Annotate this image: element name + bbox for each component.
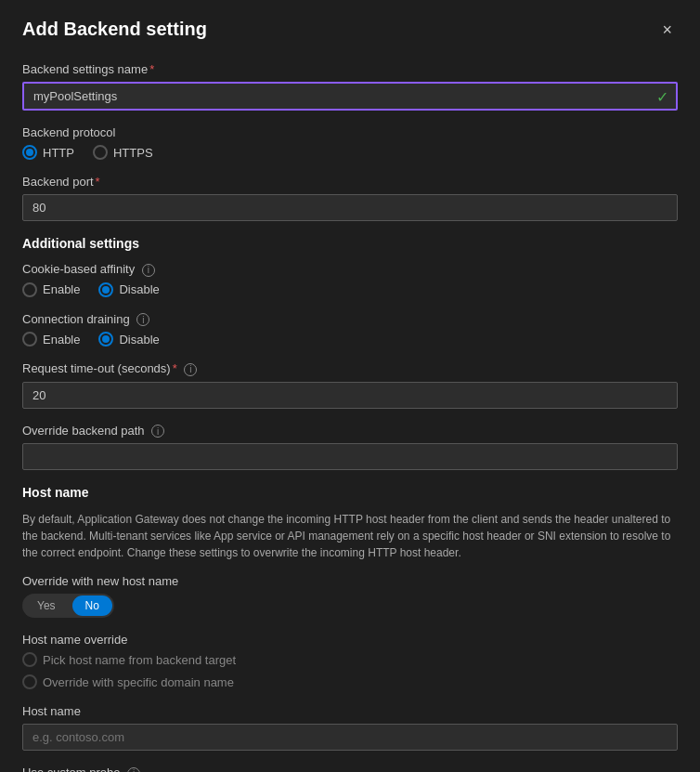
port-required-star: * [96, 175, 100, 189]
override-host-name-label: Override with new host name [22, 574, 678, 588]
connection-draining-enable-option[interactable]: Enable [22, 332, 80, 347]
cookie-affinity-group: Cookie-based affinity i Enable Disable [22, 262, 678, 297]
use-custom-probe-group: Use custom probe i Yes No [22, 765, 678, 772]
backend-protocol-radio-group: HTTP HTTPS [22, 145, 678, 160]
cookie-affinity-enable-radio[interactable] [22, 282, 37, 297]
pick-host-name-radio[interactable] [22, 652, 37, 667]
host-name-section: Host name By default, Application Gatewa… [22, 485, 678, 772]
override-backend-path-input[interactable] [22, 443, 678, 470]
cookie-affinity-enable-option[interactable]: Enable [22, 282, 80, 297]
request-timeout-group: Request time-out (seconds)* i [22, 361, 678, 409]
connection-draining-group: Connection draining i Enable Disable [22, 312, 678, 347]
additional-settings-title: Additional settings [22, 236, 678, 251]
connection-draining-info-icon[interactable]: i [136, 313, 149, 326]
backend-protocol-group: Backend protocol HTTP HTTPS [22, 125, 678, 160]
backend-protocol-label: Backend protocol [22, 125, 678, 139]
override-host-name-yes-button[interactable]: Yes [24, 595, 69, 616]
backend-port-input[interactable] [22, 194, 678, 221]
host-name-override-radio-group: Pick host name from backend target Overr… [22, 652, 678, 689]
backend-port-group: Backend port* [22, 175, 678, 221]
cookie-affinity-radio-group: Enable Disable [22, 282, 678, 297]
panel-header: Add Backend setting × [22, 19, 678, 40]
connection-draining-disable-radio[interactable] [98, 332, 113, 347]
protocol-https-label: HTTPS [113, 146, 153, 160]
host-name-field-group: Host name [22, 704, 678, 751]
backend-settings-name-label: Backend settings name* [22, 62, 678, 76]
protocol-https-radio[interactable] [93, 145, 108, 160]
host-name-override-label: Host name override [22, 633, 678, 647]
connection-draining-enable-label: Enable [43, 333, 80, 347]
backend-settings-name-input[interactable] [22, 82, 678, 111]
override-specific-domain-option[interactable]: Override with specific domain name [22, 674, 678, 689]
host-name-field-input[interactable] [22, 724, 678, 751]
override-host-name-group: Override with new host name Yes No [22, 574, 678, 618]
cookie-affinity-info-icon[interactable]: i [142, 264, 155, 277]
cookie-affinity-label: Cookie-based affinity i [22, 262, 678, 277]
cookie-affinity-disable-option[interactable]: Disable [98, 282, 159, 297]
backend-port-label: Backend port* [22, 175, 678, 189]
connection-draining-disable-label: Disable [119, 333, 159, 347]
override-host-name-toggle[interactable]: Yes No [22, 594, 114, 618]
override-specific-domain-radio[interactable] [22, 674, 37, 689]
protocol-http-option[interactable]: HTTP [22, 145, 74, 160]
use-custom-probe-info-icon[interactable]: i [127, 767, 140, 773]
backend-port-input-wrapper [22, 194, 678, 221]
request-timeout-label: Request time-out (seconds)* i [22, 361, 678, 376]
cookie-affinity-enable-label: Enable [43, 282, 80, 296]
backend-settings-name-input-wrapper: ✓ [22, 82, 678, 111]
request-timeout-info-icon[interactable]: i [184, 363, 197, 376]
panel-title: Add Backend setting [22, 19, 207, 40]
host-name-override-group: Host name override Pick host name from b… [22, 633, 678, 689]
connection-draining-enable-radio[interactable] [22, 332, 37, 347]
connection-draining-radio-group: Enable Disable [22, 332, 678, 347]
override-backend-path-group: Override backend path i [22, 424, 678, 471]
protocol-http-label: HTTP [43, 146, 74, 160]
host-name-field-label: Host name [22, 704, 678, 718]
use-custom-probe-label: Use custom probe i [22, 765, 678, 772]
protocol-http-radio[interactable] [22, 145, 37, 160]
pick-host-name-label: Pick host name from backend target [43, 653, 236, 667]
connection-draining-label: Connection draining i [22, 312, 678, 327]
host-name-section-title: Host name [22, 485, 678, 500]
cookie-affinity-disable-label: Disable [119, 282, 159, 296]
cookie-affinity-disable-radio[interactable] [98, 282, 113, 297]
request-timeout-input[interactable] [22, 382, 678, 409]
required-star: * [149, 62, 154, 76]
override-backend-path-label: Override backend path i [22, 424, 678, 438]
protocol-https-option[interactable]: HTTPS [93, 145, 153, 160]
host-name-description: By default, Application Gateway does not… [22, 511, 678, 561]
override-backend-path-info-icon[interactable]: i [151, 425, 164, 438]
check-icon: ✓ [656, 87, 668, 105]
backend-settings-name-group: Backend settings name* ✓ [22, 62, 678, 111]
add-backend-setting-panel: Add Backend setting × Backend settings n… [0, 0, 700, 772]
additional-settings-section: Additional settings Cookie-based affinit… [22, 236, 678, 470]
close-button[interactable]: × [656, 20, 678, 40]
connection-draining-disable-option[interactable]: Disable [98, 332, 159, 347]
pick-host-name-option[interactable]: Pick host name from backend target [22, 652, 678, 667]
override-host-name-no-button[interactable]: No [72, 595, 112, 616]
timeout-required-star: * [173, 361, 177, 375]
override-specific-domain-label: Override with specific domain name [43, 675, 234, 689]
